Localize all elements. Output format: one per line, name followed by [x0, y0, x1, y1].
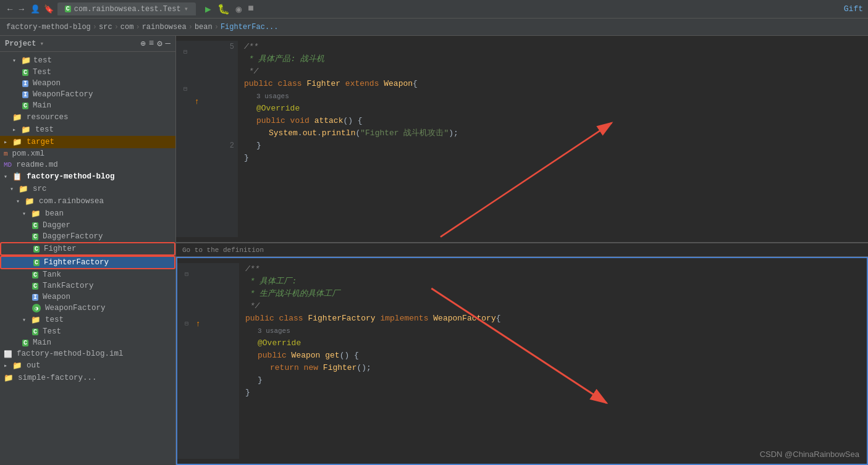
code-top[interactable]: /** * 具体产品: 战斗机 */ public class Fighter …	[238, 41, 868, 237]
tree-label: test	[45, 316, 64, 324]
dbg-b2	[196, 280, 208, 293]
editor-top: ⊟ ⊟	[176, 36, 868, 243]
file-tab[interactable]: C com.rainbowsea.test.Test ▾	[57, 2, 196, 15]
line-num-b	[231, 312, 235, 325]
minimize-icon[interactable]: —	[166, 38, 171, 49]
code-top-container: ⊟ ⊟	[176, 36, 868, 242]
sidebar-dropdown[interactable]: ▾	[40, 40, 44, 48]
class-c-icon2: C	[22, 103, 28, 109]
bookmark-icon[interactable]: 🔖	[44, 4, 54, 14]
breadcrumb-part-4[interactable]: rainbowsea	[142, 23, 187, 31]
line-num-b	[231, 362, 235, 374]
debug-gutter-bottom: ↑	[196, 263, 208, 459]
tree-label: factory-method-blog	[27, 172, 115, 181]
sidebar-item-readme-md[interactable]: MD readme.md	[0, 159, 175, 170]
coverage-button[interactable]: ◉	[234, 3, 244, 15]
sidebar-item-tank[interactable]: C Tank	[0, 269, 175, 280]
sidebar-item-daggerfactory[interactable]: C DaggerFactory	[0, 231, 175, 242]
breadcrumb-part-1[interactable]: factory-method-blog	[6, 23, 91, 31]
sidebar-item-test-folder2[interactable]: ▸ 📁 test	[0, 124, 175, 136]
sidebar-item-weapon-bean[interactable]: I Weapon	[0, 291, 175, 303]
tree-arrow-target: ▸	[4, 138, 10, 146]
breadcrumb-part-2[interactable]: src	[99, 23, 112, 31]
dbg5: ↑	[195, 95, 207, 107]
code-line-close2: }	[244, 152, 862, 164]
dbg-b4	[196, 305, 208, 317]
sidebar-item-factory-iml[interactable]: ⬜ factory-method-blog.iml	[0, 348, 175, 359]
sidebar-item-weaponfactory-class-top[interactable]: I WeaponFactory	[0, 89, 175, 100]
breadcrumb-part-5[interactable]: bean	[195, 23, 213, 31]
sidebar-item-pom-xml[interactable]: m pom.xml	[0, 148, 175, 159]
line-num: 5	[230, 41, 234, 53]
code-line-b-close1: }	[245, 374, 861, 387]
sidebar-item-main-src[interactable]: C Main	[0, 337, 175, 348]
line-num-b	[231, 325, 235, 337]
md-icon: MD	[4, 161, 12, 169]
sidebar-item-factory-method-blog[interactable]: ▾ 📋 factory-method-blog	[0, 170, 175, 183]
line-num-b	[231, 263, 235, 275]
locate-icon[interactable]: ⊕	[140, 38, 145, 49]
code-bottom[interactable]: /** * 具体工厂: * 生产战斗机的具体工厂 */ public class…	[239, 263, 867, 459]
nav-arrows: ← →	[5, 3, 27, 15]
sidebar-item-dagger[interactable]: C Dagger	[0, 220, 175, 231]
fold-icon-b2[interactable]: ⊟	[185, 320, 188, 327]
run-button[interactable]: ▶	[203, 3, 213, 15]
debug-button[interactable]: 🐛	[216, 3, 232, 15]
tree-label: WeaponFactory	[33, 90, 93, 99]
line-num	[230, 53, 234, 65]
tree-label: simple-factory...	[18, 374, 97, 382]
collapse-icon[interactable]: ≡	[149, 38, 154, 49]
sidebar-item-test-folder-top[interactable]: ▾ 📁 test	[0, 54, 175, 67]
breadcrumb-part-3[interactable]: com	[120, 23, 134, 31]
sidebar-header: Project ▾ ⊕ ≡ ⚙ —	[0, 36, 175, 52]
dagger-icon: C	[32, 222, 38, 229]
sidebar-item-test-class[interactable]: C Test	[0, 67, 175, 78]
line-num	[230, 90, 234, 103]
code-line-b-comment4: */	[245, 300, 861, 312]
sidebar-item-fighterfactory[interactable]: C FighterFactory	[0, 256, 175, 269]
sidebar-item-src[interactable]: ▾ 📁 src	[0, 183, 175, 195]
sidebar-item-target-folder[interactable]: ▸ 📁 target	[0, 136, 175, 148]
code-line-b-return: return new Fighter();	[245, 362, 861, 374]
code-line-comment1: /**	[244, 41, 862, 53]
sidebar-item-com[interactable]: ▾ 📁 com.rainbowsea	[0, 195, 175, 207]
breadcrumb-part-6[interactable]: FighterFac...	[221, 23, 279, 31]
fold-icon2[interactable]: ⊟	[183, 85, 187, 93]
breadcrumb: factory-method-blog › src › com › rainbo…	[0, 19, 868, 36]
code-line-b-comment1: /**	[245, 263, 861, 275]
tree-label: Weapon	[33, 79, 61, 88]
sidebar-item-simple-factory[interactable]: 📁 simple-factory...	[0, 372, 175, 384]
sidebar-title: Project	[5, 40, 36, 48]
simple-factory-icon: 📁	[4, 373, 14, 383]
sidebar-item-test-class-src[interactable]: C Test	[0, 326, 175, 337]
tree-label: DaggerFactory	[43, 232, 103, 241]
fmb-icon: 📋	[12, 172, 22, 182]
dbg1	[195, 46, 207, 58]
tree-label: Test	[43, 327, 61, 336]
fold-icon-b1[interactable]: ⊟	[185, 270, 188, 278]
sidebar-item-main-class[interactable]: C Main	[0, 100, 175, 111]
fold-gutter-bottom: ⊟ ⊟	[177, 263, 196, 459]
sidebar-item-tankfactory[interactable]: C TankFactory	[0, 280, 175, 291]
sidebar-item-weaponfactory-bean[interactable]: ◑ WeaponFactory	[0, 303, 175, 314]
line-num-b	[231, 350, 235, 362]
forward-button[interactable]: →	[16, 3, 26, 15]
dropdown-icon[interactable]: ▾	[184, 4, 188, 14]
back-button[interactable]: ←	[5, 3, 15, 15]
line-num-b	[231, 337, 235, 350]
sidebar-item-fighter[interactable]: C Fighter	[0, 242, 175, 256]
code-line-override: @Override	[244, 103, 862, 115]
class-i-icon2: I	[22, 91, 28, 98]
stop-button[interactable]: ■	[246, 3, 256, 15]
tree-label: Weapon	[43, 293, 70, 301]
tree-label: out	[27, 361, 41, 370]
fold-icon[interactable]: ⊟	[183, 48, 187, 56]
user-icon[interactable]: 👤	[30, 4, 40, 14]
settings-icon[interactable]: ⚙	[157, 38, 162, 49]
sidebar-item-test-src[interactable]: ▾ 📁 test	[0, 314, 175, 326]
sidebar-item-weapon-class-top[interactable]: I Weapon	[0, 78, 175, 89]
sidebar-item-out[interactable]: ▸ 📁 out	[0, 359, 175, 372]
code-line-usages: 3 usages	[244, 90, 862, 103]
sidebar-item-bean[interactable]: ▾ 📁 bean	[0, 207, 175, 220]
sidebar-item-resources-folder[interactable]: 📁 resources	[0, 111, 175, 124]
